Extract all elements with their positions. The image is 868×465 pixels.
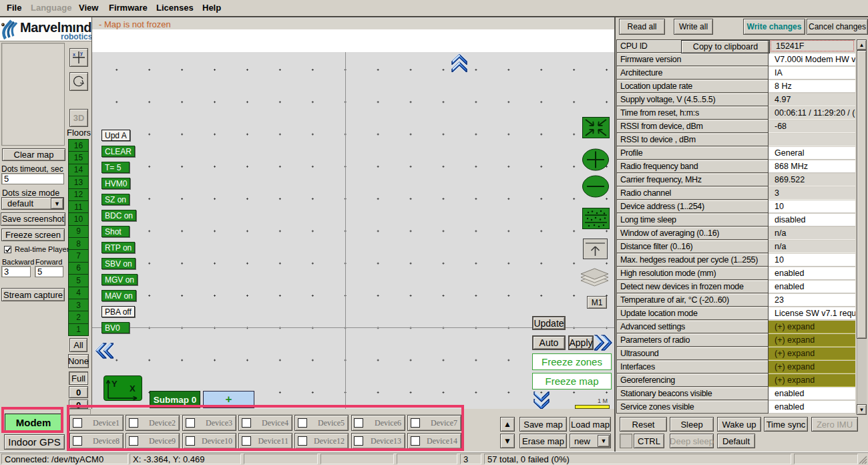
svg-text:y: y xyxy=(80,51,83,56)
svg-text:x: x xyxy=(73,52,75,57)
svg-text:Y: Y xyxy=(112,379,118,389)
svg-text:X: X xyxy=(130,383,136,394)
